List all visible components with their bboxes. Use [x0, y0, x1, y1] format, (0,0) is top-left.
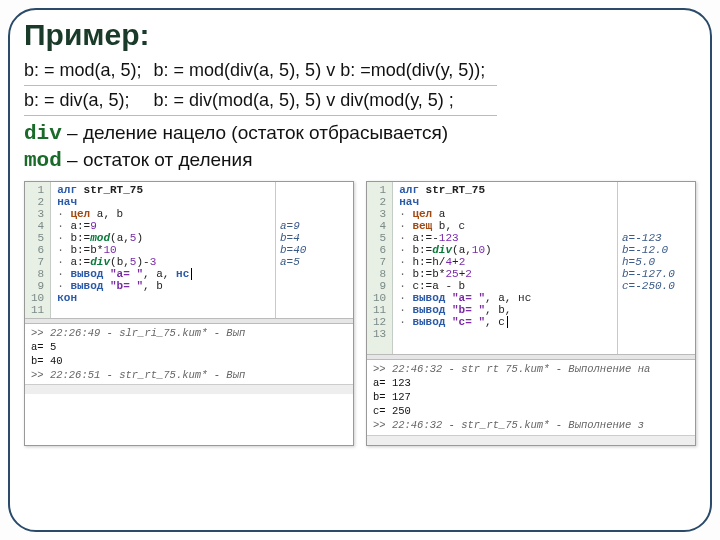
line-num: 7 [373, 256, 386, 268]
page-title: Пример: [24, 18, 696, 52]
indent-dot: · [57, 208, 70, 220]
kw-alg: алг [57, 184, 83, 196]
line-num: 6 [373, 244, 386, 256]
kw-output: вывод [70, 280, 110, 292]
line-num: 5 [31, 232, 44, 244]
line-num: 10 [31, 292, 44, 304]
line-gutter: 1 2 3 4 5 6 7 8 9 10 11 12 13 [367, 182, 393, 354]
line-num: 4 [373, 220, 386, 232]
keyword-mod: mod [24, 149, 62, 172]
line-num: 13 [373, 328, 386, 340]
scrollbar-stub [25, 384, 353, 394]
line-num: 3 [373, 208, 386, 220]
expr-cell: b: = div(a, 5); [24, 86, 154, 116]
slide-frame: Пример: b: = mod(a, 5); b: = mod(div(a, … [8, 8, 712, 532]
line-num: 1 [373, 184, 386, 196]
expr-cell: b: = mod(a, 5); [24, 56, 154, 86]
out-val: c=-250.0 [622, 280, 691, 292]
line-num: 8 [31, 268, 44, 280]
out-val: a=9 [280, 220, 349, 232]
out-val [280, 196, 349, 208]
console-line: >> 22:46:32 - str rt 75.kum* - Выполнени… [373, 362, 689, 376]
console-line: >> 22:46:32 - str_rt_75.kum* - Выполнени… [373, 418, 689, 432]
editor-left: 1 2 3 4 5 6 7 8 9 10 11 алг str_RT_75 на… [24, 181, 354, 446]
fn-div: div [90, 256, 110, 268]
line-num: 2 [373, 196, 386, 208]
expr-cell: b: = mod(div(a, 5), 5) v b: =mod(div(y, … [154, 56, 498, 86]
out-val: b=4 [280, 232, 349, 244]
kw-end: кон [57, 292, 77, 304]
out-val: a=5 [280, 256, 349, 268]
line-num: 6 [31, 244, 44, 256]
line-num: 1 [31, 184, 44, 196]
editor-right: 1 2 3 4 5 6 7 8 9 10 11 12 13 алг str_RT [366, 181, 696, 446]
console-line: >> 22:26:49 - slr_ri_75.kum* - Вып [31, 326, 347, 340]
out-val [280, 304, 349, 316]
out-val [280, 184, 349, 196]
out-val: b=-127.0 [622, 268, 691, 280]
line-num: 8 [373, 268, 386, 280]
scrollbar-stub [367, 435, 695, 445]
type-int: цел [70, 208, 96, 220]
out-val: a=-123 [622, 232, 691, 244]
kw-output: вывод [70, 268, 110, 280]
out-val: b=-12.0 [622, 244, 691, 256]
def-text: – деление нацело (остаток отбрасывается) [62, 122, 448, 143]
line-num: 11 [373, 304, 386, 316]
text-cursor [507, 316, 508, 328]
line-num: 4 [31, 220, 44, 232]
line-num: 10 [373, 292, 386, 304]
out-val: b=40 [280, 244, 349, 256]
line-num: 11 [31, 304, 44, 316]
line-num [373, 340, 386, 352]
code-area: алг str_RT_75 нач · цел a, b · a:=9 · b:… [51, 182, 275, 318]
line-num: 2 [31, 196, 44, 208]
screenshots-row: 1 2 3 4 5 6 7 8 9 10 11 алг str_RT_75 на… [24, 181, 696, 446]
code-area: алг str_RT_75 нач · цел a · вещ b, c · a… [393, 182, 617, 354]
expr-cell: b: = div(mod(a, 5), 5) v div(mod(y, 5) ; [154, 86, 498, 116]
out-val [280, 280, 349, 292]
console-output: >> 22:46:32 - str rt 75.kum* - Выполнени… [367, 360, 695, 435]
fn-mod: mod [90, 232, 110, 244]
console-line: >> 22:26:51 - str_rt_75.kum* - Вып [31, 368, 347, 382]
line-num: 3 [31, 208, 44, 220]
out-val [280, 268, 349, 280]
line-num: 5 [373, 232, 386, 244]
keyword-div: div [24, 122, 62, 145]
console-output: >> 22:26:49 - slr_ri_75.kum* - Вып a= 5 … [25, 324, 353, 385]
kw-begin: нач [57, 196, 77, 208]
out-val [280, 292, 349, 304]
line-gutter: 1 2 3 4 5 6 7 8 9 10 11 [25, 182, 51, 318]
line-num: 9 [31, 280, 44, 292]
line-num: 9 [373, 280, 386, 292]
out-val: h=5.0 [622, 256, 691, 268]
line-num: 7 [31, 256, 44, 268]
definitions: div – деление нацело (остаток отбрасывае… [24, 120, 696, 175]
line-num: 12 [373, 316, 386, 328]
def-text: – остаток от деления [62, 149, 253, 170]
values-column: a=-123 b=-12.0 h=5.0 b=-127.0 c=-250.0 [617, 182, 695, 354]
vars: a, b [97, 208, 123, 220]
out-val [280, 208, 349, 220]
prog-name: str_RT_75 [84, 184, 143, 196]
expression-table: b: = mod(a, 5); b: = mod(div(a, 5), 5) v… [24, 56, 497, 116]
values-column: a=9 b=4 b=40 a=5 [275, 182, 353, 318]
text-cursor [191, 268, 192, 280]
